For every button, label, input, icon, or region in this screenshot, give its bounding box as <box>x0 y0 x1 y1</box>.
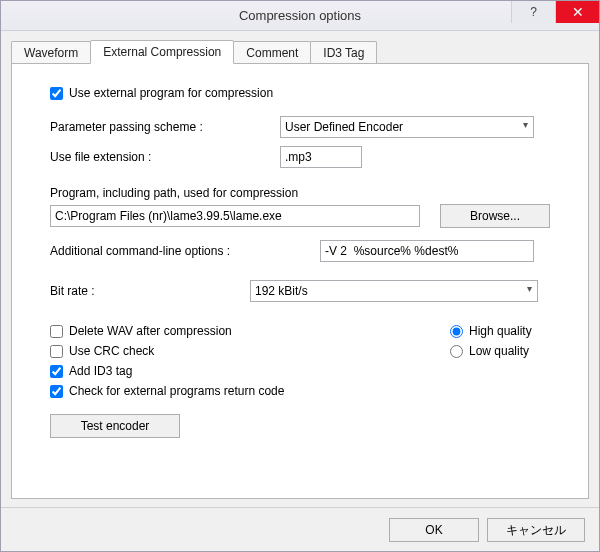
delete-wav-checkbox[interactable] <box>50 325 63 338</box>
help-button[interactable]: ? <box>511 1 555 23</box>
file-ext-row: Use file extension : <box>50 146 550 168</box>
dialog-footer: OK キャンセル <box>1 507 599 551</box>
program-row: Browse... <box>50 204 550 228</box>
add-id3-checkbox[interactable] <box>50 365 63 378</box>
test-encoder-button[interactable]: Test encoder <box>50 414 180 438</box>
bitrate-label: Bit rate : <box>50 284 250 298</box>
file-ext-label: Use file extension : <box>50 150 280 164</box>
file-ext-input[interactable] <box>280 146 362 168</box>
bitrate-select[interactable] <box>250 280 538 302</box>
tab-external-compression[interactable]: External Compression <box>90 40 234 64</box>
add-id3-label: Add ID3 tag <box>69 364 132 378</box>
param-scheme-row: Parameter passing scheme : <box>50 116 550 138</box>
use-external-row: Use external program for compression <box>50 86 550 100</box>
program-label: Program, including path, used for compre… <box>50 186 550 200</box>
check-return-label: Check for external programs return code <box>69 384 284 398</box>
use-external-label: Use external program for compression <box>69 86 273 100</box>
check-return-row: Check for external programs return code <box>50 384 330 398</box>
high-quality-radio[interactable] <box>450 325 463 338</box>
options-left: Delete WAV after compression Use CRC che… <box>50 324 330 404</box>
tab-waveform[interactable]: Waveform <box>11 41 91 64</box>
high-quality-label: High quality <box>469 324 532 338</box>
low-quality-row: Low quality <box>450 344 550 358</box>
program-path-input[interactable] <box>50 205 420 227</box>
close-button[interactable]: ✕ <box>555 1 599 23</box>
cmd-opts-label: Additional command-line options : <box>50 244 320 258</box>
cancel-button[interactable]: キャンセル <box>487 518 585 542</box>
ok-button[interactable]: OK <box>389 518 479 542</box>
use-crc-row: Use CRC check <box>50 344 330 358</box>
window-title: Compression options <box>1 8 599 23</box>
options-right: High quality Low quality <box>330 324 550 404</box>
high-quality-row: High quality <box>450 324 550 338</box>
param-scheme-select[interactable] <box>280 116 534 138</box>
cmd-opts-input[interactable] <box>320 240 534 262</box>
bitrate-row: Bit rate : <box>50 280 550 302</box>
use-crc-label: Use CRC check <box>69 344 154 358</box>
tab-panel-external: Use external program for compression Par… <box>11 63 589 499</box>
titlebar: Compression options ? ✕ <box>1 1 599 31</box>
check-return-checkbox[interactable] <box>50 385 63 398</box>
tab-id3-tag[interactable]: ID3 Tag <box>310 41 377 64</box>
options-columns: Delete WAV after compression Use CRC che… <box>50 324 550 404</box>
delete-wav-label: Delete WAV after compression <box>69 324 232 338</box>
param-scheme-label: Parameter passing scheme : <box>50 120 280 134</box>
low-quality-label: Low quality <box>469 344 529 358</box>
tab-strip: Waveform External Compression Comment ID… <box>1 31 599 63</box>
use-crc-checkbox[interactable] <box>50 345 63 358</box>
browse-button[interactable]: Browse... <box>440 204 550 228</box>
use-external-checkbox[interactable] <box>50 87 63 100</box>
window-controls: ? ✕ <box>511 1 599 23</box>
tab-comment[interactable]: Comment <box>233 41 311 64</box>
add-id3-row: Add ID3 tag <box>50 364 330 378</box>
cmd-opts-row: Additional command-line options : <box>50 240 550 262</box>
low-quality-radio[interactable] <box>450 345 463 358</box>
delete-wav-row: Delete WAV after compression <box>50 324 330 338</box>
dialog-window: Compression options ? ✕ Waveform Externa… <box>0 0 600 552</box>
